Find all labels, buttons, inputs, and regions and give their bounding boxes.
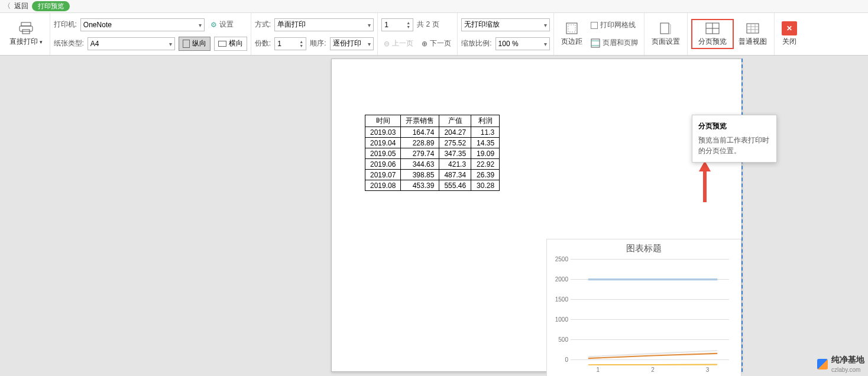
printer-icon — [18, 21, 34, 35]
page-setup-button[interactable]: 页面设置 — [648, 20, 684, 48]
table-row: 2019.05279.74347.3519.09 — [365, 148, 500, 159]
order-label: 顺序: — [310, 38, 326, 48]
table-header: 时间 — [365, 115, 401, 127]
header-footer-label: 页眉和页脚 — [603, 38, 638, 48]
group-print-mode: 方式: 单面打印 份数: ▲▼ 顺序: 逐份打印 — [251, 13, 378, 55]
table-cell: 26.39 — [471, 170, 500, 180]
paper-label: 纸张类型: — [54, 38, 84, 48]
table-cell: 2019.03 — [365, 127, 401, 138]
next-page-button[interactable]: ⊕ 下一页 — [419, 37, 454, 51]
table-cell: 228.89 — [401, 138, 439, 148]
table-cell: 279.74 — [401, 148, 439, 159]
group-page-setup: 页面设置 — [644, 13, 688, 55]
watermark-sub: czlaby.com — [831, 367, 860, 373]
next-label: 下一页 — [430, 38, 451, 48]
svg-rect-0 — [21, 22, 31, 26]
order-select[interactable]: 逐份打印 — [330, 37, 374, 50]
zoom-value: 100 % — [498, 40, 519, 48]
zoom-label: 缩放比例: — [461, 38, 491, 48]
page-break-icon — [705, 21, 720, 35]
header-footer-button[interactable]: 页眉和页脚 — [588, 36, 640, 50]
table-header: 产值 — [439, 115, 471, 127]
printer-value: OneNote — [83, 21, 112, 29]
arrow-annotation — [698, 161, 712, 202]
chart-ytick: 500 — [550, 336, 571, 343]
mode-label: 方式: — [255, 20, 271, 30]
table-header: 开票销售 — [401, 115, 439, 127]
back-arrow-icon[interactable]: 〈 — [4, 1, 11, 11]
highlight-annotation: 分页预览 — [691, 19, 734, 49]
data-table: 时间开票销售产值利润2019.03164.74204.2711.32019.04… — [365, 115, 500, 191]
watermark: 纯净基地 czlaby.com — [817, 355, 864, 374]
group-printer-settings: 打印机: OneNote ⚙ 设置 纸张类型: A4 纵向 横向 — [50, 13, 251, 55]
table-cell: 398.85 — [401, 170, 439, 180]
table-cell: 204.27 — [439, 127, 471, 138]
zoom-mode-select[interactable]: 无打印缩放 — [461, 18, 550, 31]
copies-input[interactable]: ▲▼ — [274, 37, 306, 50]
table-cell: 555.46 — [439, 180, 471, 191]
page-field[interactable] — [384, 21, 401, 29]
spinner-icon[interactable]: ▲▼ — [299, 40, 303, 48]
table-row: 2019.08453.39555.4630.28 — [365, 180, 500, 191]
chart-body: 05001000150020002500 — [571, 259, 735, 365]
page-break-label: 分页预览 — [698, 37, 727, 47]
preview-canvas: 时间开票销售产值利润2019.03164.74204.2711.32019.04… — [0, 56, 868, 376]
portrait-button[interactable]: 纵向 — [179, 37, 210, 51]
page-break-preview-button[interactable]: 分页预览 — [695, 20, 730, 48]
chart-xtick: 3 — [706, 367, 710, 373]
table-cell: 30.28 — [471, 180, 500, 191]
gridlines-label: 打印网格线 — [600, 20, 636, 30]
chart: 图表标题 05001000150020002500 123 时间开票销售 — [546, 239, 741, 376]
copies-field[interactable] — [277, 40, 294, 48]
table-cell: 275.52 — [439, 138, 471, 148]
group-page-nav: ▲▼ 共 2 页 ⊖ 上一页 ⊕ 下一页 — [378, 13, 458, 55]
chart-ytick: 1000 — [550, 316, 571, 323]
group-view: 分页预览 普通视图 — [688, 13, 775, 55]
paper-value: A4 — [90, 40, 99, 48]
tooltip-body: 预览当前工作表打印时的分页位置。 — [698, 135, 770, 156]
settings-button[interactable]: ⚙ 设置 — [208, 18, 236, 32]
mode-select[interactable]: 单面打印 — [274, 18, 374, 31]
prev-page-button: ⊖ 上一页 — [381, 37, 416, 51]
close-icon: ✕ — [782, 21, 797, 35]
spinner-icon[interactable]: ▲▼ — [406, 21, 410, 29]
direct-print-label: 直接打印 ▾ — [9, 37, 43, 47]
checkbox-icon — [591, 22, 598, 29]
table-cell: 344.63 — [401, 159, 439, 170]
print-preview-pill: 打印预览 — [32, 1, 70, 11]
settings-label: 设置 — [219, 20, 234, 30]
chart-xaxis: 123 — [571, 367, 735, 373]
total-pages: 共 2 页 — [417, 20, 439, 30]
paper-select[interactable]: A4 — [88, 37, 175, 50]
table-cell: 14.35 — [471, 138, 500, 148]
margins-label: 页边距 — [561, 37, 582, 47]
page-input[interactable]: ▲▼ — [381, 18, 413, 31]
portrait-label: 纵向 — [192, 38, 206, 48]
gridlines-toggle[interactable]: 打印网格线 — [588, 18, 640, 33]
direct-print-button[interactable]: 直接打印 ▾ — [6, 20, 46, 48]
printer-label: 打印机: — [54, 20, 77, 30]
table-row: 2019.07398.85487.3426.39 — [365, 170, 500, 180]
landscape-label: 横向 — [229, 38, 243, 48]
group-margins: 页边距 打印网格线 页眉和页脚 — [554, 13, 644, 55]
mode-value: 单面打印 — [277, 20, 306, 30]
zoom-value-select[interactable]: 100 % — [495, 37, 550, 50]
normal-view-button[interactable]: 普通视图 — [735, 20, 770, 48]
gear-icon: ⚙ — [210, 21, 217, 29]
back-label[interactable]: 返回 — [14, 1, 28, 11]
chart-xtick: 2 — [651, 367, 655, 373]
margins-icon — [564, 21, 579, 35]
table-row: 2019.04228.89275.5214.35 — [365, 138, 500, 148]
table-row: 2019.06344.63421.322.92 — [365, 159, 500, 170]
printer-select[interactable]: OneNote — [80, 18, 205, 31]
topbar: 〈 返回 打印预览 — [0, 0, 868, 13]
landscape-button[interactable]: 横向 — [214, 37, 247, 51]
margins-button[interactable]: 页边距 — [558, 20, 586, 48]
preview-page: 时间开票销售产值利润2019.03164.74204.2711.32019.04… — [331, 59, 742, 372]
landscape-icon — [218, 41, 226, 47]
close-button[interactable]: ✕ 关闭 — [778, 20, 801, 48]
prev-label: 上一页 — [392, 38, 413, 48]
page-setup-icon — [658, 21, 673, 35]
header-footer-icon — [591, 38, 600, 48]
svg-rect-8 — [660, 23, 669, 34]
